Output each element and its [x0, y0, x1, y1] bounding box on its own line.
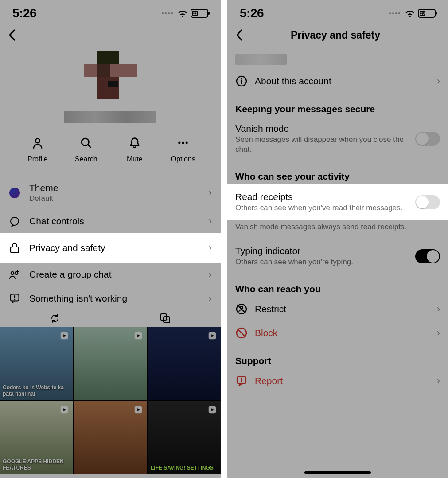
options-action[interactable]: Options: [165, 137, 201, 163]
lock-icon: [10, 242, 19, 254]
search-action[interactable]: Search: [68, 137, 104, 163]
person-icon: [31, 137, 44, 149]
row-theme[interactable]: ThemeDefault ›: [0, 176, 221, 209]
group-add-icon: [9, 269, 20, 280]
reel-icon: [207, 405, 217, 415]
chevron-right-icon: ›: [437, 303, 440, 315]
chat-icon: [9, 216, 20, 227]
back-button[interactable]: [8, 29, 16, 41]
toggle-read-receipts[interactable]: [415, 195, 440, 209]
chevron-right-icon: ›: [209, 293, 212, 304]
screen-chat-settings: 5:26 23 Profile Search: [0, 0, 221, 478]
media-grid: Coders ko is Website ka pata nahi hai GO…: [0, 327, 221, 474]
chevron-right-icon: ›: [437, 375, 440, 387]
reel-icon: [59, 331, 69, 341]
block-icon: [236, 327, 247, 339]
media-tile[interactable]: [74, 401, 147, 474]
page-title: Privacy and safety: [231, 29, 440, 41]
tab-media[interactable]: [160, 313, 171, 324]
row-privacy-safety[interactable]: Privacy and safety ›: [0, 233, 221, 263]
row-create-group[interactable]: Create a group chat ›: [0, 263, 221, 286]
status-icons: 23: [389, 9, 436, 18]
row-block[interactable]: Block ›: [227, 321, 448, 345]
reel-icon: [59, 405, 69, 415]
media-tile[interactable]: Coders ko is Website ka pata nahi hai: [0, 327, 73, 400]
wifi-icon: [405, 9, 415, 17]
username-small: [235, 54, 287, 65]
section-keeping-secure: Keeping your messages secure: [227, 93, 448, 117]
chevron-right-icon: ›: [209, 242, 212, 254]
screen-privacy-safety: 5:26 23 Privacy and safety About this ac…: [227, 0, 448, 478]
row-report-bug[interactable]: Something isn't working ›: [0, 286, 221, 310]
mute-action[interactable]: Mute: [117, 137, 152, 163]
chevron-right-icon: ›: [209, 269, 212, 280]
svg-point-0: [35, 138, 40, 143]
chevron-right-icon: ›: [437, 327, 440, 339]
media-tile[interactable]: LIFE SAVING! SETTINGS: [148, 401, 221, 474]
media-tile[interactable]: GOOGLE APPS HIDDEN FEATURES: [0, 401, 73, 474]
svg-point-7: [11, 272, 14, 275]
alert-chat-icon: [9, 293, 20, 304]
quick-actions: Profile Search Mute Options: [13, 137, 207, 163]
report-icon: [236, 375, 247, 387]
status-bar: 5:26 23: [227, 0, 448, 24]
row-read-receipts[interactable]: Read receiptsOthers can see when you've …: [227, 184, 448, 220]
svg-point-20: [241, 78, 242, 79]
svg-point-4: [186, 141, 188, 144]
nav-bar: Privacy and safety: [227, 24, 448, 46]
bell-icon: [129, 137, 141, 149]
tab-tagged[interactable]: [50, 313, 60, 324]
username: [64, 111, 156, 123]
media-tile[interactable]: [74, 327, 147, 400]
battery-percent: 23: [192, 11, 198, 16]
media-icon: [160, 313, 171, 324]
theme-dot-icon: [9, 188, 20, 198]
row-chat-controls[interactable]: Chat controls ›: [0, 209, 221, 233]
svg-point-10: [14, 299, 16, 300]
avatar[interactable]: [84, 51, 137, 99]
section-support: Support: [227, 345, 448, 369]
profile-header: [0, 46, 221, 123]
info-icon: [236, 75, 247, 87]
refresh-icon: [50, 313, 60, 324]
row-restrict[interactable]: Restrict ›: [227, 297, 448, 321]
cellular-dots-icon: [162, 12, 173, 14]
svg-point-5: [11, 217, 19, 225]
svg-rect-6: [11, 247, 19, 253]
status-bar: 5:26 23: [0, 0, 221, 24]
search-icon: [80, 137, 92, 149]
battery-icon: 23: [191, 9, 208, 18]
settings-list: ThemeDefault › Chat controls › Privacy a…: [0, 176, 221, 310]
nav-bar: [0, 24, 221, 46]
reel-icon: [207, 331, 217, 341]
restrict-icon: [236, 303, 247, 315]
svg-point-2: [179, 141, 181, 144]
reel-icon: [133, 405, 143, 415]
toggle-typing-indicator[interactable]: [415, 249, 440, 263]
battery-icon: 23: [418, 9, 436, 18]
toggle-vanish-mode[interactable]: [415, 132, 440, 146]
reel-icon: [133, 331, 143, 341]
chevron-right-icon: ›: [209, 187, 212, 199]
row-vanish-mode[interactable]: Vanish modeSeen messages will disappear …: [227, 117, 448, 161]
row-about-account[interactable]: About this account ›: [227, 69, 448, 93]
status-icons: 23: [162, 9, 208, 18]
row-typing-indicator[interactable]: Typing indicatorOthers can see when you'…: [227, 239, 448, 273]
battery-percent: 23: [420, 11, 425, 16]
row-report[interactable]: Report ›: [227, 369, 448, 393]
cellular-dots-icon: [389, 12, 400, 14]
svg-point-25: [241, 381, 242, 383]
home-indicator[interactable]: [304, 471, 371, 474]
vanish-note: Vanish mode messages always send read re…: [227, 220, 448, 233]
media-tabs: [0, 310, 221, 327]
status-time: 5:26: [240, 6, 264, 20]
profile-action[interactable]: Profile: [20, 137, 55, 163]
section-activity: Who can see your activity: [227, 161, 448, 184]
chevron-right-icon: ›: [209, 215, 212, 227]
svg-point-3: [182, 141, 184, 144]
wifi-icon: [177, 9, 188, 17]
media-tile[interactable]: [148, 327, 221, 400]
chevron-right-icon: ›: [437, 75, 440, 87]
more-icon: [177, 137, 189, 149]
status-time: 5:26: [12, 6, 36, 20]
